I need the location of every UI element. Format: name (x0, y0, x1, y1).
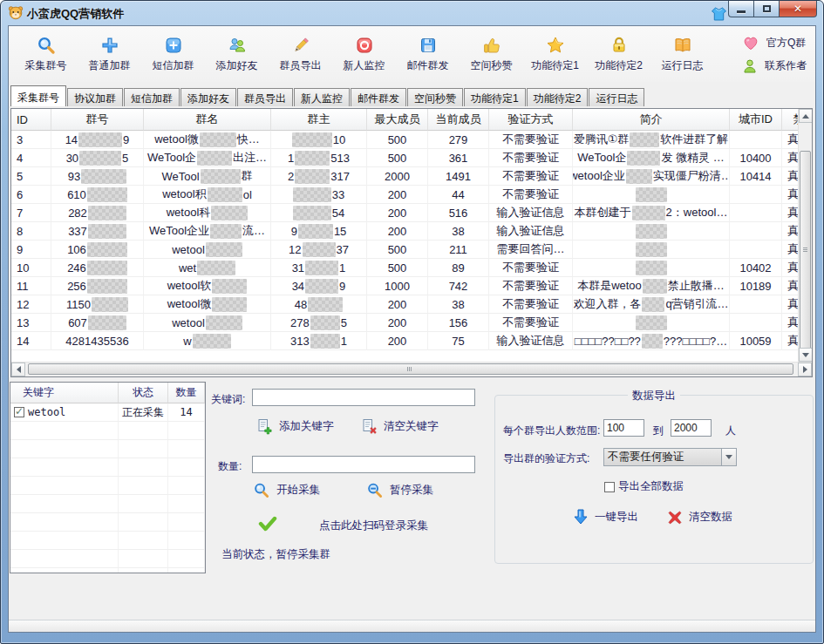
keyword-column-header[interactable]: 数量 (168, 383, 205, 403)
pause-collect-button[interactable]: 暂停采集 (366, 482, 433, 498)
tab-功能待定1[interactable]: 功能待定1 (464, 88, 526, 106)
horizontal-scroll-thumb[interactable] (28, 363, 793, 375)
horizontal-scrollbar[interactable] (11, 362, 812, 376)
toolbar-button-record[interactable]: 新人监控 (332, 30, 396, 78)
empty-cell (168, 550, 205, 568)
qr-login-link[interactable]: 点击此处扫码登录采集 (319, 519, 428, 533)
maximize-button[interactable] (753, 1, 780, 17)
clear-data-button[interactable]: 清空数据 (668, 510, 732, 525)
tab-空间秒赞[interactable]: 空间秒赞 (407, 88, 463, 106)
left-arrow-icon (17, 366, 21, 373)
verify-mode-value: 不需要任何验证 (604, 450, 721, 464)
toolbar-button-thumb[interactable]: 空间秒赞 (460, 30, 523, 78)
tab-功能待定2[interactable]: 功能待定2 (527, 88, 589, 106)
column-header[interactable]: 最大成员 (367, 109, 428, 131)
export-run-button[interactable]: 一键导出 (574, 509, 638, 525)
toolbar-button-lock[interactable]: 功能待定2 (587, 30, 650, 78)
column-header[interactable]: ID (11, 109, 51, 131)
column-header[interactable]: 当前成员 (428, 109, 489, 131)
clear-keyword-button[interactable]: 清空关键字 (361, 418, 439, 435)
column-header[interactable]: 验证方式 (489, 109, 573, 131)
keyword-checkbox[interactable] (14, 407, 24, 417)
table-row[interactable]: 4305WeTool企出注…1513500361不需要验证WeTool企发 微精… (11, 149, 798, 167)
scroll-right-button[interactable] (798, 363, 812, 376)
window-controls: ✕ (729, 1, 817, 17)
tab-运行日志[interactable]: 运行日志 (589, 88, 644, 106)
column-header[interactable]: 群号 (51, 109, 144, 131)
column-header[interactable]: 群主 (271, 109, 367, 131)
vertical-scroll-thumb[interactable] (800, 151, 811, 351)
table-cell-qq: 256 (51, 277, 144, 295)
tab-群员导出[interactable]: 群员导出 (237, 88, 293, 106)
table-row[interactable]: 593WeTool群231720001491不需要验证wetool企业实现僵尸粉… (11, 167, 798, 186)
cell-text: 37 (337, 243, 349, 256)
combo-drop-button[interactable] (721, 449, 736, 465)
cell-text: 34 (292, 280, 304, 293)
keyword-row[interactable]: wetool正在采集14 (10, 403, 205, 422)
tab-短信加群[interactable]: 短信加群 (124, 88, 180, 106)
range-from-input[interactable] (603, 419, 644, 437)
censored-block (310, 315, 340, 330)
table-cell-verify: 不需要验证 (489, 295, 573, 314)
range-to-input[interactable] (671, 419, 712, 437)
minimize-icon (737, 10, 746, 13)
cell-text: 313 (290, 335, 310, 348)
toolbar-button-label: 新人监控 (344, 58, 385, 73)
toolbar-button-book[interactable]: 运行日志 (650, 30, 714, 78)
table-row[interactable]: 10246wet31150089不需要验证10402真 (11, 259, 798, 277)
toolbar-button-friends[interactable]: 添加好友 (205, 30, 269, 78)
tab-添加好友[interactable]: 添加好友 (180, 88, 236, 106)
tab-协议加群[interactable]: 协议加群 (67, 88, 123, 106)
toolbar-button-plus[interactable]: 普通加群 (78, 30, 141, 78)
table-row[interactable]: 121150wetool微4820038不需要验证欢迎入群，各q营销引流…真 (11, 295, 798, 314)
link-person[interactable]: 联系作者 (742, 58, 807, 74)
toolbar-button-sms-add[interactable]: 短信加群 (141, 30, 205, 78)
table-row[interactable]: 3149wetool微快…10500279不需要验证爱腾讯①群软件进群了解真 (11, 131, 798, 149)
toolbar-button-floppy[interactable]: 邮件群发 (396, 30, 460, 78)
column-header[interactable]: 简介 (573, 109, 730, 131)
tab-新人监控[interactable]: 新人监控 (294, 88, 350, 106)
scroll-down-button[interactable] (799, 348, 813, 362)
pause-collect-label: 暂停采集 (390, 483, 433, 498)
record-icon (355, 35, 374, 56)
table-row[interactable]: 6610wetool积ol3320044不需要验证真 (11, 186, 798, 204)
toolbar-button-pencil[interactable]: 群员导出 (269, 30, 332, 78)
verify-mode-select[interactable]: 不需要任何验证 (603, 448, 737, 466)
column-header[interactable]: 城市ID (730, 109, 782, 131)
column-header[interactable]: 禁止 (782, 109, 798, 131)
table-cell-city: 10402 (730, 259, 782, 277)
tab-采集群号[interactable]: 采集群号 (10, 85, 66, 106)
censored-block (210, 224, 242, 239)
start-collect-button[interactable]: 开始采集 (253, 482, 320, 498)
table-row[interactable]: 13607wetool2785200156不需要验证真 (11, 314, 798, 332)
cell-text: 513 (330, 152, 350, 165)
table-cell-cur: 742 (428, 277, 489, 295)
start-collect-label: 开始采集 (276, 483, 320, 498)
table-row[interactable]: 8337WeTool企业流…91520038输入验证信息真 (11, 222, 798, 241)
scroll-up-button[interactable] (799, 109, 813, 123)
tab-邮件群发[interactable]: 邮件群发 (351, 88, 406, 106)
column-header[interactable]: 群名 (144, 109, 271, 131)
table-row[interactable]: 7282wetool科54200516输入验证信息本群创建于2：wetool…真 (11, 204, 798, 222)
table-row[interactable]: 9106wetool1237500211需要回答问…真 (11, 241, 798, 259)
close-button[interactable]: ✕ (779, 1, 817, 17)
link-heart[interactable]: 官方Q群 (742, 35, 807, 51)
table-cell-cur: 89 (428, 259, 489, 277)
status-strip (9, 620, 815, 632)
keyword-input[interactable] (252, 389, 475, 406)
table-cell-qq: 282 (51, 204, 144, 222)
count-input[interactable] (252, 456, 475, 473)
toolbar-button-search[interactable]: 采集群号 (14, 30, 78, 78)
export-all-checkbox[interactable]: 导出全部数据 (604, 479, 684, 494)
vertical-scrollbar[interactable] (798, 109, 812, 362)
add-keyword-button[interactable]: 添加关键字 (256, 418, 334, 435)
empty-cell (10, 550, 119, 568)
minimize-button[interactable] (728, 1, 754, 17)
titlebar[interactable]: 小蛮虎QQ营销软件 ✕ (1, 1, 823, 25)
scroll-left-button[interactable] (11, 363, 25, 376)
table-row[interactable]: 11256wetool软3491000742不需要验证本群是wetoo禁止散播…… (11, 277, 798, 295)
table-row[interactable]: 144281435536w313120075输入验证信息□□□□??□□????… (11, 332, 798, 350)
keyword-column-header[interactable]: 状态 (119, 383, 168, 403)
toolbar-button-star[interactable]: 功能待定1 (523, 30, 587, 78)
keyword-column-header[interactable]: 关键字 (10, 383, 119, 403)
